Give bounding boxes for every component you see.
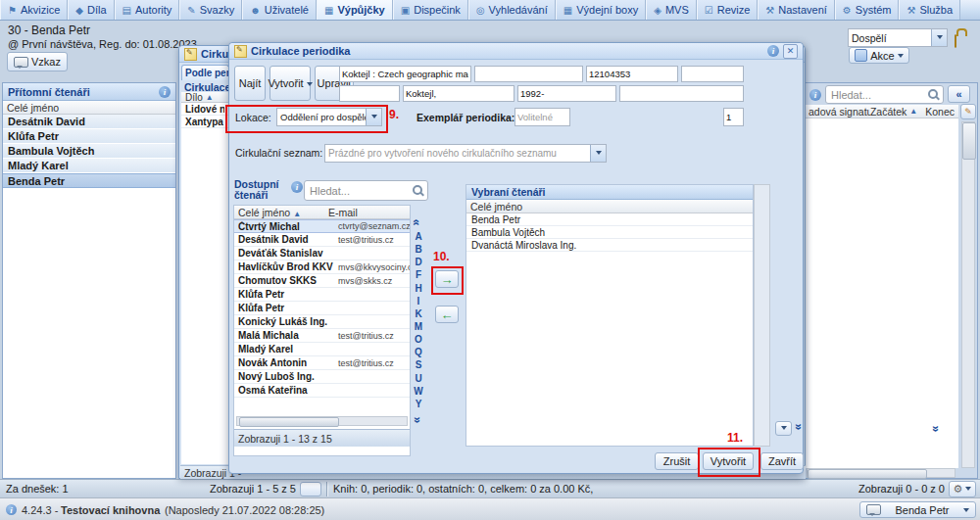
panel-settings-button[interactable]: ⚙ (949, 481, 976, 497)
record-field-2[interactable] (474, 66, 583, 82)
scroll-to-top-icon[interactable]: « (412, 219, 421, 226)
find-button[interactable]: Najít (234, 66, 266, 101)
work-row[interactable]: Xantypa (181, 116, 228, 128)
volumes-column-headers[interactable]: adová signatura Začátek▲ Konec (805, 105, 958, 118)
present-reader-row[interactable]: Klůfa Petr (3, 129, 175, 144)
add-reader-button[interactable]: → (435, 270, 459, 288)
horizontal-scrollbar[interactable] (807, 468, 956, 478)
available-reader-row[interactable]: Chomutov SKKS mvs@skks.cz (234, 274, 410, 288)
available-search-input[interactable] (308, 184, 412, 198)
scroll-to-bottom-icon[interactable]: « (793, 424, 803, 431)
create-split-button[interactable]: Vytvořit (270, 66, 311, 101)
alphabet-letter[interactable]: K (415, 308, 421, 319)
user-button[interactable]: Benda Petr (859, 501, 976, 518)
reader-category-select[interactable]: Dospělí (848, 28, 948, 47)
info-icon[interactable]: i (159, 86, 171, 98)
available-reader-row[interactable]: Konický Lukáš Ing. (234, 315, 410, 329)
present-reader-row[interactable]: Bambula Vojtěch (3, 144, 175, 159)
tab-revize[interactable]: ☑ Revize (697, 0, 759, 20)
tab-vypujcky[interactable]: ▦ Výpůjčky (317, 0, 393, 20)
window-tab[interactable]: Podle peri (181, 65, 229, 80)
record-field-8[interactable] (619, 85, 744, 102)
present-reader-row[interactable]: Desátnik David (3, 115, 175, 129)
alphabet-letter[interactable]: B (415, 244, 421, 255)
panel-tool-button[interactable]: ✎ (960, 104, 976, 119)
chevron-down-icon[interactable] (366, 109, 381, 125)
alphabet-letter[interactable]: H (415, 283, 421, 294)
available-reader-row[interactable]: Desátnik David test@tritius.cz (234, 233, 410, 247)
info-icon[interactable]: i (291, 181, 303, 193)
tab-akvizice[interactable]: ⚑ Akvizice (0, 0, 68, 20)
alphabet-letter[interactable]: S (416, 359, 422, 370)
chevron-down-icon[interactable] (931, 29, 947, 46)
message-button[interactable]: Vzkaz (7, 52, 68, 71)
alphabet-letter[interactable]: U (415, 373, 421, 384)
selected-reader-row[interactable]: Benda Petr (466, 213, 753, 226)
chevron-down-icon[interactable] (590, 145, 606, 162)
available-reader-row[interactable]: Novák Antonin test@tritius.cz (234, 356, 410, 370)
present-reader-row[interactable]: Mladý Karel (3, 159, 175, 173)
tab-vydejni-boxy[interactable]: ▦ Výdejní boxy (556, 0, 646, 20)
actions-button[interactable]: Akce (849, 47, 909, 64)
page-size-dropdown[interactable] (775, 421, 792, 436)
close-icon[interactable]: ✕ (783, 44, 798, 59)
tab-dispecink[interactable]: ▣ Dispečink (393, 0, 468, 20)
tab-mvs[interactable]: ◈ MVS (646, 0, 697, 20)
tab-svazky[interactable]: ✎ Svazky (179, 0, 242, 20)
count-field[interactable] (723, 108, 744, 126)
present-reader-row[interactable]: Benda Petr (3, 173, 175, 188)
present-readers-column-header[interactable]: Celé jméno (3, 101, 175, 115)
selected-reader-row[interactable]: Bambula Vojtěch (466, 226, 753, 239)
alphabet-letter[interactable]: A (415, 231, 421, 242)
tab-uzivatele[interactable]: ☻ Uživatelé (242, 0, 317, 20)
alphabet-letter[interactable]: W (414, 386, 422, 397)
available-reader-row[interactable]: Osmá Kateřina (234, 384, 410, 398)
create-circulation-button[interactable]: Vytvořit (703, 452, 754, 470)
cancel-button[interactable]: Zrušit (655, 452, 699, 470)
record-barcode-field[interactable] (586, 66, 678, 82)
tab-dila[interactable]: ◆ Díla (68, 0, 114, 20)
alphabet-letter[interactable]: M (415, 321, 422, 332)
record-name-field[interactable] (403, 85, 514, 102)
page-size-button[interactable] (300, 482, 321, 496)
available-reader-row[interactable]: Malá Michala test@tritius.cz (234, 329, 410, 343)
selected-grid-header[interactable]: Celé jméno (466, 200, 753, 213)
available-reader-row[interactable]: Čtvrtý Michal ctvrty@seznam.cz (234, 219, 410, 233)
record-title-field[interactable] (339, 66, 471, 82)
scroll-to-bottom-icon[interactable]: « (412, 417, 421, 424)
alphabet-letter[interactable]: I (417, 296, 420, 307)
record-year-field[interactable] (517, 85, 616, 102)
works-column-header[interactable]: Dílo ▲ (181, 92, 229, 103)
available-reader-row[interactable]: Nový Luboš Ing. (234, 370, 410, 384)
available-reader-row[interactable]: Mladý Karel (234, 343, 410, 356)
record-field-5[interactable] (339, 85, 400, 102)
info-icon[interactable]: i (767, 45, 779, 57)
available-reader-row[interactable]: Klůfa Petr (234, 288, 410, 302)
exemplar-field[interactable] (514, 108, 570, 126)
available-search[interactable] (304, 180, 428, 201)
close-button[interactable]: Zavřít (760, 452, 804, 470)
location-select[interactable]: Oddělení pro dospělé (276, 108, 382, 126)
horizontal-scrollbar[interactable] (236, 416, 408, 426)
alphabet-letter[interactable]: F (416, 269, 421, 280)
alphabet-letter[interactable]: Q (415, 347, 422, 357)
tab-vyhledavani[interactable]: ◎ Vyhledávání (468, 0, 556, 20)
dialog-titlebar[interactable]: Cirkulace periodika i ✕ (229, 43, 803, 60)
available-reader-row[interactable]: Deváťák Stanislav (234, 247, 410, 260)
circulation-list-select[interactable]: Prázdné pro vytvoření nového cirkulačníh… (324, 144, 607, 163)
work-row[interactable]: Lidové novi (181, 103, 228, 116)
volumes-search-input[interactable] (829, 88, 927, 102)
alphabet-letter[interactable]: D (415, 257, 421, 267)
vertical-scrollbar[interactable] (961, 121, 975, 468)
alphabet-letter[interactable]: Y (416, 399, 422, 409)
volumes-search[interactable] (825, 85, 944, 104)
alphabet-letter[interactable]: O (415, 334, 422, 345)
tab-system[interactable]: ⚙ Systém (835, 0, 900, 20)
tab-sluzba[interactable]: ⚒ Služba (899, 0, 960, 20)
tab-autority[interactable]: ▤ Autority (115, 0, 180, 20)
remove-reader-button[interactable]: ← (435, 306, 459, 323)
available-reader-row[interactable]: Havlíčkův Brod KKV mvs@kkvysociny.cz (234, 260, 410, 274)
info-icon[interactable]: i (809, 89, 821, 101)
vertical-scrollbar[interactable] (754, 184, 770, 447)
scroll-to-bottom-icon[interactable]: « (930, 426, 940, 433)
